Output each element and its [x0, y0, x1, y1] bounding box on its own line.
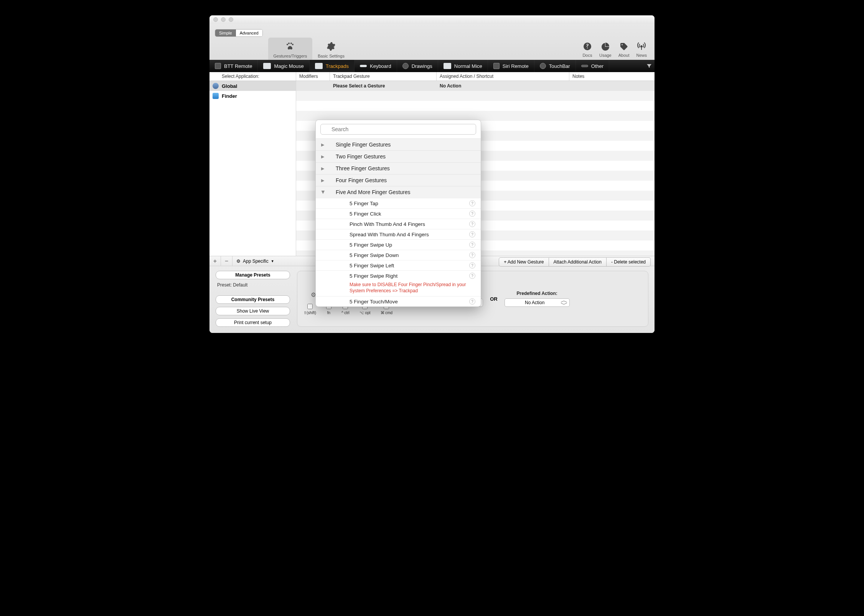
show-live-view-button[interactable]: Show Live View	[216, 307, 290, 315]
help-icon[interactable]: ?	[469, 211, 475, 217]
about-label: About	[618, 53, 630, 58]
add-app-button[interactable]: +	[209, 256, 221, 266]
current-preset-label: Preset: Default	[216, 282, 290, 288]
about-button[interactable]: About	[618, 41, 630, 58]
gesture-row[interactable]: Please Select a Gesture No Action	[296, 81, 655, 91]
device-drawings[interactable]: Drawings	[397, 60, 438, 72]
usage-button[interactable]: Usage	[599, 41, 612, 58]
help-icon[interactable]: ?	[469, 242, 475, 248]
help-icon[interactable]: ?	[469, 252, 475, 258]
other-icon	[581, 65, 588, 67]
category-single[interactable]: ▶Single Finger Gestures	[316, 138, 481, 150]
globe-icon	[213, 83, 219, 89]
gesture-5-click[interactable]: 5 Finger Click?	[316, 208, 481, 219]
gesture-5-down[interactable]: 5 Finger Swipe Down?	[316, 250, 481, 260]
docs-button[interactable]: Docs	[582, 41, 592, 58]
sidebar-item-label: Global	[222, 83, 237, 89]
help-icon[interactable]: ?	[469, 221, 475, 227]
device-keyboard[interactable]: Keyboard	[355, 60, 397, 72]
finder-icon	[213, 93, 219, 99]
chevron-right-icon: ▶	[321, 178, 325, 183]
device-touchbar[interactable]: TouchBar	[534, 60, 576, 72]
sidebar-item-finder[interactable]: Finder	[209, 91, 296, 101]
gesture-5-tap[interactable]: 5 Finger Tap?	[316, 198, 481, 208]
remote-icon	[215, 63, 221, 69]
device-other[interactable]: Other	[576, 60, 610, 72]
broadcast-icon	[636, 41, 646, 51]
news-button[interactable]: News	[636, 41, 647, 58]
col-gesture: Trackpad Gesture	[330, 72, 437, 81]
gear-small-icon: ⚙	[236, 259, 241, 264]
search-input[interactable]	[320, 124, 476, 135]
mouse-icon	[263, 63, 271, 69]
mod-shift-checkbox[interactable]	[307, 304, 313, 309]
tab-basic[interactable]: Basic Settings	[312, 38, 350, 60]
action-select[interactable]: No Action	[505, 298, 570, 307]
delete-selected-button[interactable]: - Delete selected	[607, 257, 651, 267]
toolbar-right: Docs Usage About News	[582, 41, 651, 58]
app-window: Simple Advanced Gestures/Triggers Basic …	[209, 15, 655, 333]
app-specific-label: App Specific	[243, 259, 269, 264]
device-btt-remote[interactable]: BTT Remote	[209, 60, 258, 72]
col-app: Select Application:	[209, 72, 296, 81]
action-buttons: + Add New Gesture Attach Additional Acti…	[499, 257, 651, 267]
docs-label: Docs	[582, 53, 592, 58]
sidebar-item-label: Finder	[222, 93, 237, 99]
remove-app-button[interactable]: −	[221, 256, 232, 266]
pie-icon	[600, 41, 610, 51]
col-action: Assigned Action / Shortcut	[437, 72, 569, 81]
chevron-right-icon: ▶	[321, 154, 325, 159]
keyboard-icon	[360, 65, 367, 67]
device-siri-remote[interactable]: Siri Remote	[488, 60, 534, 72]
col-notes: Notes	[569, 72, 655, 81]
advanced-mode-button[interactable]: Advanced	[236, 30, 262, 36]
help-icon[interactable]: ?	[469, 298, 475, 305]
news-label: News	[636, 53, 647, 58]
app-sidebar: Global Finder	[209, 81, 296, 256]
print-setup-button[interactable]: Print current setup	[216, 318, 290, 327]
chevron-down-icon: ▶	[321, 190, 326, 194]
category-three[interactable]: ▶Three Finger Gestures	[316, 162, 481, 174]
mod-ctrl-label: ^ ctrl	[341, 311, 350, 315]
simple-mode-button[interactable]: Simple	[215, 30, 236, 36]
mod-fn-label: fn	[327, 311, 330, 315]
device-trackpads[interactable]: Trackpads	[310, 60, 355, 72]
sidebar-item-global[interactable]: Global	[209, 81, 296, 91]
gesture-5-up[interactable]: 5 Finger Swipe Up?	[316, 239, 481, 250]
gesture-spread[interactable]: Spread With Thumb And 4 Fingers?	[316, 229, 481, 239]
help-icon[interactable]: ?	[469, 200, 475, 206]
minimize-dot[interactable]	[221, 17, 226, 22]
action-label: Predefined Action:	[517, 291, 557, 296]
gesture-5-touch[interactable]: 5 Finger Touch/Move?	[316, 296, 481, 306]
close-dot[interactable]	[213, 17, 218, 22]
action-column: Predefined Action: No Action	[505, 291, 570, 307]
gesture-5-right[interactable]: 5 Finger Swipe Right?	[316, 270, 481, 281]
row-action-cell: No Action	[437, 83, 569, 89]
zoom-dot[interactable]	[229, 17, 233, 22]
trackpad-icon	[315, 63, 323, 69]
column-headers: Select Application: Modifiers Trackpad G…	[209, 72, 655, 81]
gesture-popover: 🔍 ▶Single Finger Gestures ▶Two Finger Ge…	[315, 120, 481, 307]
category-two[interactable]: ▶Two Finger Gestures	[316, 150, 481, 162]
mode-segment: Simple Advanced	[215, 29, 263, 37]
manage-presets-button[interactable]: Manage Presets	[216, 271, 290, 279]
normal-mouse-icon	[444, 63, 451, 69]
gesture-pinch[interactable]: Pinch With Thumb And 4 Fingers?	[316, 219, 481, 229]
tab-basic-label: Basic Settings	[318, 54, 345, 58]
tab-gestures-label: Gestures/Triggers	[274, 54, 307, 58]
filter-button[interactable]	[644, 60, 655, 72]
help-icon[interactable]: ?	[469, 231, 475, 237]
app-specific-menu[interactable]: ⚙ App Specific ▼	[232, 256, 296, 266]
help-icon[interactable]: ?	[469, 262, 475, 268]
category-four[interactable]: ▶Four Finger Gestures	[316, 174, 481, 186]
attach-action-button[interactable]: Attach Additional Action	[549, 257, 607, 267]
gesture-5-left[interactable]: 5 Finger Swipe Left?	[316, 260, 481, 270]
tab-gestures[interactable]: Gestures/Triggers	[268, 38, 313, 60]
mod-cmd-label: ⌘ cmd	[381, 311, 393, 315]
device-normal-mice[interactable]: Normal Mice	[438, 60, 488, 72]
device-magic-mouse[interactable]: Magic Mouse	[258, 60, 309, 72]
help-icon[interactable]: ?	[469, 273, 475, 279]
category-five[interactable]: ▶Five And More Finger Gestures	[316, 186, 481, 198]
add-gesture-button[interactable]: + Add New Gesture	[499, 257, 549, 267]
community-presets-button[interactable]: Community Presets	[216, 295, 290, 304]
